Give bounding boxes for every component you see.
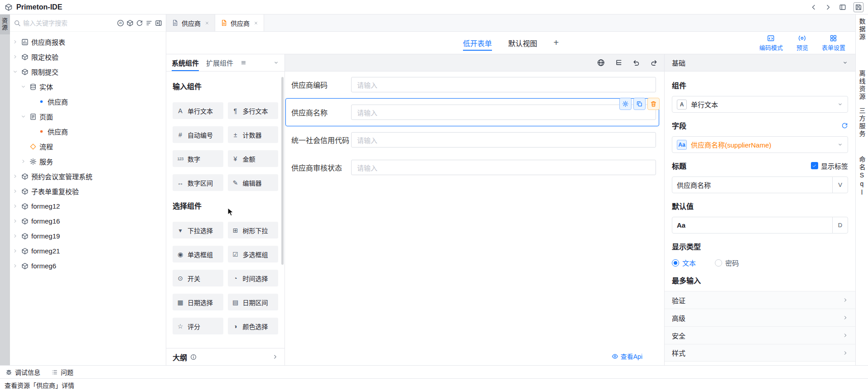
chevron-down-icon[interactable] (21, 84, 28, 89)
component-select[interactable]: A 单行文本 (672, 96, 848, 113)
palette-item[interactable]: ◔时间选择 (228, 270, 279, 286)
right-rail-item[interactable]: 三方服务 (858, 107, 867, 138)
canvas-field[interactable]: 供应商编码请输入 (289, 77, 656, 92)
chevron-down-icon[interactable] (13, 69, 20, 74)
tree-item[interactable]: 限制提交 (10, 64, 166, 79)
palette-item[interactable]: ▾下拉选择 (173, 222, 223, 238)
redo-icon[interactable] (650, 59, 658, 67)
palette-item[interactable]: ◉单选框组 (173, 246, 223, 262)
globalization-icon[interactable] (597, 59, 605, 67)
chevron-right-icon[interactable] (13, 54, 20, 59)
copy-icon[interactable] (633, 98, 646, 110)
props-section-row[interactable]: 安全 (665, 326, 855, 344)
view-api-link[interactable]: 查看Api (612, 352, 642, 361)
field-refresh-icon[interactable] (841, 122, 848, 129)
preview-button[interactable]: 预览 (796, 34, 808, 52)
palette-item[interactable]: ☑多选框组 (228, 246, 279, 262)
palette-item[interactable]: ±计数器 (228, 126, 279, 143)
delete-icon[interactable] (647, 98, 660, 110)
editor-tab[interactable]: 供应商 (215, 14, 264, 31)
nav-back-icon[interactable] (810, 4, 817, 11)
chevron-right-icon[interactable] (21, 159, 28, 164)
right-rail-item[interactable]: 离线资源 (858, 70, 867, 101)
field-input[interactable]: 请输入 (351, 132, 656, 148)
chevron-right-icon[interactable] (13, 174, 20, 179)
window-layout-icon[interactable] (839, 4, 846, 11)
structure-tree-icon[interactable] (615, 59, 622, 67)
default-addon-button[interactable]: D (832, 217, 848, 233)
menu-icon[interactable] (241, 60, 246, 66)
palette-scrollbar[interactable] (281, 77, 284, 265)
right-rail-item[interactable]: 数据源 (858, 18, 867, 41)
undo-icon[interactable] (632, 59, 640, 67)
palette-item[interactable]: ↔数字区间 (173, 174, 223, 191)
chevron-right-icon[interactable] (13, 219, 20, 224)
add-view-button[interactable]: + (554, 32, 559, 54)
tree-item[interactable]: formeg12 (10, 199, 166, 214)
chevron-down-icon[interactable] (21, 114, 28, 119)
palette-item[interactable]: ☆评分 (173, 318, 223, 334)
title-input[interactable] (672, 181, 832, 189)
debug-info-button[interactable]: 调试信息 (5, 367, 40, 377)
tree-item[interactable]: 页面 (10, 109, 166, 124)
chevron-right-icon[interactable] (13, 248, 20, 253)
palette-item[interactable]: ▤日期区间 (228, 294, 279, 310)
canvas-field[interactable]: 统一社会信用代码请输入 (289, 132, 656, 148)
collapse-panel-icon[interactable] (155, 19, 162, 27)
ai-assistant-icon[interactable]: AI (117, 19, 124, 27)
tree-item[interactable]: 服务 (10, 154, 166, 169)
outline-bar[interactable]: 大纲 (166, 348, 285, 365)
close-icon[interactable] (254, 21, 258, 25)
palette-item[interactable]: ⊞树形下拉 (228, 222, 279, 238)
palette-item[interactable]: ▦日期选择 (173, 294, 223, 310)
default-value-input[interactable] (685, 221, 832, 229)
problems-button[interactable]: 问题 (51, 367, 73, 377)
show-label-checkbox[interactable]: 显示标签 (811, 161, 848, 171)
field-input[interactable]: 请输入 (351, 160, 656, 175)
chevron-right-icon[interactable] (13, 189, 20, 194)
tree-item[interactable]: 限定校验 (10, 49, 166, 64)
tree-item[interactable]: 子表单重复校验 (10, 184, 166, 199)
title-addon-button[interactable]: V (832, 177, 848, 193)
canvas-field[interactable]: 供应商名称请输入 (285, 98, 659, 126)
chevron-right-icon[interactable] (272, 354, 278, 360)
tree-item[interactable]: 供应商 (10, 124, 166, 139)
props-section-row[interactable]: 验证 (665, 291, 855, 309)
radio-password[interactable]: 密码 (715, 258, 739, 267)
palette-item[interactable]: ✎编辑器 (228, 174, 279, 191)
form-settings-button[interactable]: 表单设置 (822, 34, 845, 52)
chevron-right-icon[interactable] (13, 234, 20, 238)
search-input[interactable] (23, 19, 115, 27)
tree-item[interactable]: formeg16 (10, 214, 166, 229)
palette-item[interactable]: ⊙开关 (173, 270, 223, 286)
save-icon[interactable] (854, 2, 863, 12)
tab-system-components[interactable]: 系统组件 (172, 54, 199, 71)
nav-forward-icon[interactable] (825, 4, 832, 11)
chevron-right-icon[interactable] (13, 39, 20, 44)
editor-tab[interactable]: 供应商 (166, 14, 215, 31)
model-icon[interactable] (126, 19, 134, 27)
field-select[interactable]: Aa 供应商名称(supplierName) (672, 136, 848, 153)
field-input[interactable]: 请输入 (351, 77, 656, 92)
tree-item[interactable]: 实体 (10, 79, 166, 94)
tab-extension-components[interactable]: 扩展组件 (206, 54, 233, 71)
tree-item[interactable]: formeg19 (10, 229, 166, 243)
palette-item[interactable]: 123数字 (173, 150, 223, 167)
tree-item[interactable]: formeg6 (10, 258, 166, 273)
chevron-right-icon[interactable] (13, 263, 20, 268)
palette-item[interactable]: ¶多行文本 (228, 102, 279, 119)
chevron-down-icon[interactable] (273, 60, 279, 66)
tree-item[interactable]: 流程 (10, 139, 166, 154)
tree-item[interactable]: formeg21 (10, 243, 166, 258)
tree-item[interactable]: 预约会议室管理系统 (10, 169, 166, 184)
chevron-right-icon[interactable] (13, 204, 20, 209)
settings-icon[interactable] (619, 98, 632, 110)
props-section-row[interactable]: 样式 (665, 344, 855, 362)
filter-icon[interactable] (145, 19, 153, 27)
view-tab-lowcode-form[interactable]: 低开表单 (463, 32, 492, 54)
canvas-field[interactable]: 供应商审核状态请输入 (289, 160, 656, 175)
props-header[interactable]: 基础 (665, 54, 855, 72)
code-mode-button[interactable]: 编码模式 (759, 34, 783, 52)
props-section-row[interactable]: 高级 (665, 309, 855, 326)
close-icon[interactable] (205, 21, 209, 25)
